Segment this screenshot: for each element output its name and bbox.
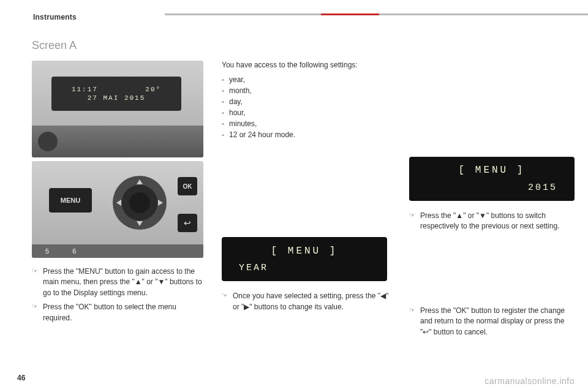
preset-6[interactable]: 6 [72,247,76,255]
instruction-ok-select: Press the "OK" button to select the menu… [32,302,203,323]
menu-lcd-2015: [ MENU ] 2015 [409,157,575,201]
top-bar: Instruments [33,11,588,22]
column-3-lower: Press the "OK" button to register the ch… [409,306,568,337]
menu-lcd-year-top: [ MENU ] [225,246,383,257]
back-button[interactable]: ↩ [178,214,197,232]
column-1: Screen A 11:17 20° 27 MAI 2015 MENU OK ↩… [32,39,203,327]
menu-lcd-year-value: YEAR [225,263,383,273]
instruction-menu-access: Press the "MENU" button to gain access t… [32,266,203,298]
menu-button[interactable]: MENU [49,188,92,213]
dpad-up-icon[interactable] [137,179,143,184]
dpad-right-icon[interactable] [158,200,163,206]
menu-controls-photo: MENU OK ↩ 5 6 [32,161,203,258]
setting-minutes: minutes, [222,118,393,129]
setting-year: year, [222,74,393,85]
menu-lcd-year: [ MENU ] YEAR [222,237,387,281]
column-3: [ MENU ] 2015 Press the "▲" or "▼" butto… [409,60,568,341]
screen-heading: Screen A [32,39,203,52]
column-2: You have access to the following setting… [222,60,393,316]
section-label: Instruments [33,13,77,21]
page-number: 46 [17,374,25,382]
setting-day: day, [222,96,393,107]
menu-lcd-2015-value: 2015 [413,183,571,193]
settings-intro: You have access to the following setting… [222,60,393,70]
dpad-left-icon[interactable] [116,200,121,206]
instruction-switch-setting: Press the "▲" or "▼" buttons to switch r… [409,211,568,232]
manual-page: Instruments Screen A 11:17 20° 27 MAI 20… [0,0,588,392]
settings-list: year, month, day, hour, minutes, 12 or 2… [222,74,393,140]
preset-strip: 5 6 [32,244,203,258]
setting-hour-mode: 12 or 24 hour mode. [222,129,393,140]
setting-month: month, [222,85,393,96]
setting-hour: hour, [222,107,393,118]
dpad-control[interactable] [113,176,167,230]
dashboard-display-photo: 11:17 20° 27 MAI 2015 [32,61,203,157]
instruction-register-cancel: Press the "OK" button to register the ch… [409,306,568,337]
preset-5[interactable]: 5 [45,247,49,255]
watermark: carmanualsonline.info [484,376,575,386]
dashboard-lcd: 11:17 20° 27 MAI 2015 [51,77,181,111]
instruction-change-value: Once you have selected a setting, press … [222,291,393,312]
menu-lcd-2015-top: [ MENU ] [413,165,571,176]
dpad-down-icon[interactable] [137,221,143,226]
radio-panel [32,126,203,157]
lcd-line-date: 27 MAI 2015 [88,94,146,102]
header-rule-accent [321,13,379,15]
ok-button[interactable]: OK [178,177,197,195]
lcd-line-time-temp: 11:17 20° [72,86,161,93]
